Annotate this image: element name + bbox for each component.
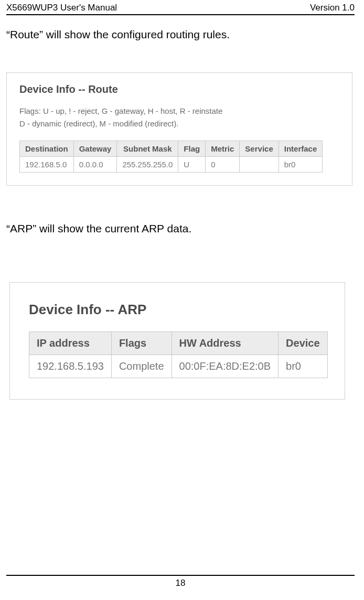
page-number: 18 <box>6 576 355 588</box>
col-ip: IP address <box>29 332 112 355</box>
table-header-row: Destination Gateway Subnet Mask Flag Met… <box>20 141 323 157</box>
cell-destination: 192.168.5.0 <box>20 157 74 173</box>
cell-metric: 0 <box>206 157 240 173</box>
paragraph-route: “Route” will show the configured routing… <box>6 28 355 41</box>
route-table: Destination Gateway Subnet Mask Flag Met… <box>19 141 323 173</box>
cell-hw: 00:0F:EA:8D:E2:0B <box>172 355 279 378</box>
route-screenshot: Device Info -- Route Flags: U - up, ! - … <box>6 72 352 186</box>
paragraph-arp: “ARP” will show the current ARP data. <box>6 222 355 235</box>
cell-service <box>240 157 279 173</box>
arp-table: IP address Flags HW Address Device 192.1… <box>29 331 328 378</box>
flags-text: Flags: U - up, ! - reject, G - gateway, … <box>19 105 352 130</box>
header-right: Version 1.0 <box>310 3 355 13</box>
col-metric: Metric <box>206 141 240 157</box>
col-subnet: Subnet Mask <box>117 141 178 157</box>
col-service: Service <box>240 141 279 157</box>
table-header-row: IP address Flags HW Address Device <box>29 332 328 355</box>
cell-interface: br0 <box>279 157 323 173</box>
col-destination: Destination <box>20 141 74 157</box>
cell-gateway: 0.0.0.0 <box>73 157 117 173</box>
cell-subnet: 255.255.255.0 <box>117 157 178 173</box>
table-row: 192.168.5.193 Complete 00:0F:EA:8D:E2:0B… <box>29 355 328 378</box>
header-rule <box>6 14 355 15</box>
cell-ip: 192.168.5.193 <box>29 355 112 378</box>
arp-screenshot: Device Info -- ARP IP address Flags HW A… <box>9 282 345 400</box>
arp-title: Device Info -- ARP <box>29 302 345 318</box>
flags-line2: D - dynamic (redirect), M - modified (re… <box>19 119 178 128</box>
table-row: 192.168.5.0 0.0.0.0 255.255.255.0 U 0 br… <box>20 157 323 173</box>
col-gateway: Gateway <box>73 141 117 157</box>
cell-flag: U <box>178 157 206 173</box>
header-left: X5669WUP3 User's Manual <box>6 3 117 13</box>
route-title: Device Info -- Route <box>19 83 352 95</box>
flags-line1: Flags: U - up, ! - reject, G - gateway, … <box>19 106 222 115</box>
cell-flags: Complete <box>111 355 172 378</box>
page-footer: 18 <box>6 575 355 588</box>
col-interface: Interface <box>279 141 323 157</box>
col-flag: Flag <box>178 141 206 157</box>
col-hw: HW Address <box>172 332 279 355</box>
page-header: X5669WUP3 User's Manual Version 1.0 <box>6 0 355 14</box>
col-device: Device <box>279 332 328 355</box>
cell-device: br0 <box>279 355 328 378</box>
col-flags: Flags <box>111 332 172 355</box>
